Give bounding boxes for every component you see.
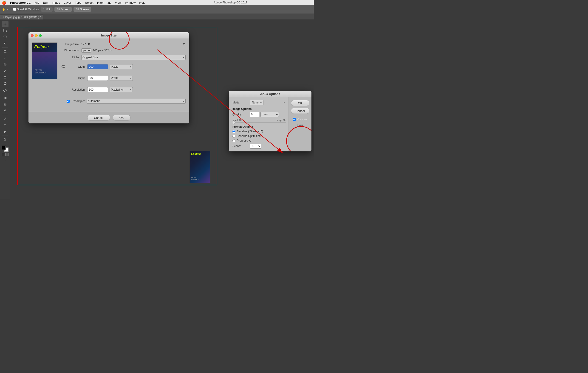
scroll-all-checkbox[interactable] — [13, 8, 16, 11]
baseline-optimized-row: Baseline Optimized — [232, 134, 286, 138]
tab-close-button[interactable]: × — [2, 16, 4, 18]
baseline-standard-label: Baseline ("Standard") — [237, 130, 263, 133]
baseline-optimized-radio[interactable] — [232, 135, 235, 138]
menu-view[interactable]: View — [115, 1, 121, 4]
resample-label: Resample: — [71, 100, 85, 103]
dodge-tool[interactable] — [2, 108, 9, 114]
slider-labels: small file large file — [232, 119, 286, 121]
pen-tool[interactable] — [2, 116, 9, 122]
menu-file[interactable]: File — [34, 1, 39, 4]
eyedropper-tool[interactable] — [2, 55, 9, 61]
blur-tool[interactable] — [2, 101, 9, 107]
apple-menu[interactable]: 🍎 — [2, 0, 6, 5]
fit-to-row: Fit To: Original Size — [61, 55, 186, 60]
text-tool[interactable]: T — [2, 122, 9, 128]
resolution-row: Resolution: Pixels/Inch — [61, 85, 186, 94]
preview-checkbox[interactable] — [293, 118, 296, 121]
jpeg-ok-button[interactable]: OK — [291, 100, 309, 106]
large-file-label: large file — [277, 119, 286, 121]
crop-tool[interactable] — [2, 48, 9, 54]
document-tab[interactable]: × Bryan.jpg @ 100% (RGB/8) * — [0, 14, 43, 20]
brush-tool[interactable] — [2, 68, 9, 74]
dimensions-unit-wrapper: px — [81, 48, 91, 52]
image-preview: Eclipse BRYANSOMEBODY — [32, 42, 57, 79]
zoom-tool[interactable] — [2, 137, 9, 143]
baseline-standard-radio[interactable] — [232, 130, 235, 133]
menu-image[interactable]: Image — [52, 1, 60, 4]
fit-screen-button[interactable]: Fit Screen — [54, 7, 72, 12]
foreground-color-swatch[interactable] — [2, 146, 6, 150]
resolution-input[interactable] — [87, 87, 108, 92]
resolution-unit-select[interactable]: Pixels/Inch — [110, 87, 133, 92]
mode-icons — [2, 153, 9, 156]
chain-spacer — [61, 74, 65, 83]
scans-select[interactable]: 3 4 5 — [250, 144, 261, 149]
heal-tool[interactable] — [2, 61, 9, 67]
width-unit-select[interactable]: Pixels — [110, 64, 133, 69]
text-tool-icon: T — [4, 123, 6, 127]
quick-mask-icon[interactable] — [2, 153, 5, 156]
baseline-standard-row: Baseline ("Standard") — [232, 130, 286, 133]
svg-rect-0 — [4, 29, 6, 32]
stamp-tool[interactable] — [2, 74, 9, 80]
gradient-tool[interactable] — [2, 95, 9, 101]
jpeg-cancel-button[interactable]: Cancel — [291, 108, 309, 114]
menu-3d[interactable]: 3D — [107, 1, 111, 4]
ok-button[interactable]: OK — [113, 115, 130, 121]
resample-method-select[interactable]: Automatic — [87, 99, 186, 104]
svg-line-12 — [6, 140, 6, 141]
marquee-tool[interactable] — [2, 28, 9, 33]
hand-tool[interactable]: ✋ ▼ — [2, 8, 8, 11]
image-size-fields: Image Size: 177.0K ⚙ Dimensions: px 200 … — [61, 42, 186, 108]
screen-mode-icon[interactable] — [5, 153, 9, 156]
height-row: Height: Pixels — [61, 74, 186, 83]
height-input[interactable] — [87, 76, 108, 81]
width-input[interactable] — [87, 64, 108, 69]
height-unit-select[interactable]: Pixels — [110, 76, 133, 81]
dimensions-unit-select[interactable]: px — [81, 48, 91, 52]
move-tool[interactable] — [2, 21, 9, 27]
quality-slider[interactable] — [232, 122, 286, 123]
dialog-close-button[interactable] — [31, 34, 33, 37]
fit-to-select[interactable]: Original Size — [81, 55, 186, 60]
chain-link-icon: ⛓ — [61, 62, 65, 71]
image-size-row: Image Size: 177.0K ⚙ — [61, 42, 186, 46]
menu-select[interactable]: Select — [85, 1, 93, 4]
svg-point-8 — [4, 104, 6, 105]
dialog-maximize-button[interactable] — [39, 34, 42, 37]
history-tool[interactable] — [2, 81, 9, 87]
scroll-all-label: Scroll All Windows — [17, 8, 40, 11]
eraser-tool[interactable] — [2, 87, 9, 93]
menu-type[interactable]: Type — [75, 1, 81, 4]
image-size-titlebar: Image Size — [29, 32, 189, 39]
quality-input[interactable] — [250, 112, 259, 117]
fill-screen-button[interactable]: Fill Screen — [73, 7, 91, 12]
toolbar-sep-1 — [10, 7, 11, 12]
select-tool[interactable] — [2, 129, 9, 135]
matte-select-wrapper: None — [250, 100, 286, 105]
menu-window[interactable]: Window — [125, 1, 136, 4]
dialog-minimize-button[interactable] — [35, 34, 38, 37]
menu-layer[interactable]: Layer — [64, 1, 72, 4]
width-label: Width: — [67, 65, 85, 68]
color-swatches[interactable] — [2, 146, 9, 152]
resolution-spacer — [61, 85, 65, 94]
svg-rect-5 — [3, 89, 6, 91]
magic-wand-tool[interactable] — [2, 40, 9, 46]
quality-slider-thumb[interactable] — [232, 121, 235, 124]
matte-select[interactable]: None — [250, 100, 263, 105]
app-name[interactable]: Photoshop CC — [10, 1, 31, 4]
menu-edit[interactable]: Edit — [43, 1, 48, 4]
lasso-tool[interactable] — [2, 34, 9, 40]
menu-help[interactable]: Help — [139, 1, 145, 4]
progressive-radio[interactable] — [232, 139, 235, 142]
extras-icon[interactable]: … — [4, 158, 6, 161]
zoom-display[interactable]: 100% — [41, 7, 53, 12]
gear-icon[interactable]: ⚙ — [183, 42, 186, 46]
quality-level-select[interactable]: Low Medium High Maximum — [261, 112, 279, 117]
jpeg-options-dialog: JPEG Options OK Cancel Preview 3.0M Matt… — [229, 91, 311, 151]
cancel-button[interactable]: Cancel — [87, 115, 110, 121]
resample-checkbox[interactable] — [67, 100, 70, 103]
menu-filter[interactable]: Filter — [97, 1, 104, 4]
tool-panel: T … — [0, 20, 10, 199]
